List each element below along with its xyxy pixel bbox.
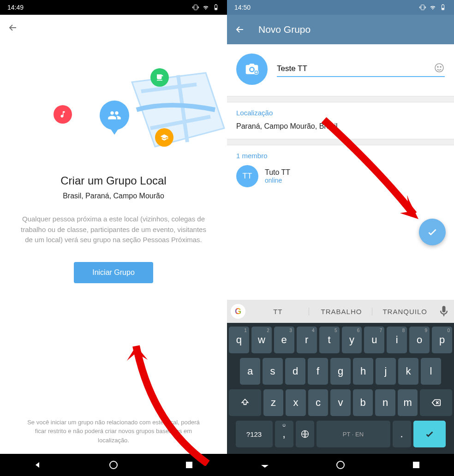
- key-h[interactable]: h: [353, 358, 373, 385]
- status-bar: 14:50: [227, 0, 454, 15]
- google-icon[interactable]: G: [231, 304, 245, 319]
- svg-rect-6: [421, 5, 424, 10]
- space-key[interactable]: PT · EN: [317, 421, 390, 447]
- svg-rect-8: [442, 4, 444, 5]
- battery-icon: [212, 4, 220, 11]
- location-subtitle: Brasil, Paraná, Campo Mourão: [63, 192, 164, 200]
- vibrate-icon: [419, 4, 426, 11]
- key-w[interactable]: w2: [251, 327, 272, 353]
- nav-recent-icon[interactable]: [184, 459, 195, 470]
- numbers-key[interactable]: ?123: [236, 421, 273, 447]
- svg-point-11: [435, 64, 443, 72]
- period-key[interactable]: .: [393, 421, 411, 447]
- key-y[interactable]: y6: [342, 327, 362, 353]
- key-f[interactable]: f: [308, 358, 328, 385]
- back-arrow-icon[interactable]: [7, 22, 18, 33]
- status-icons: [192, 4, 220, 11]
- suggestion-bar: G TT TRABALHO TRANQUILO: [227, 300, 454, 323]
- nav-back-icon[interactable]: [259, 459, 270, 470]
- member-row[interactable]: TT Tuto TT online: [236, 165, 445, 187]
- divider: [227, 139, 454, 145]
- map-illustration: [54, 64, 173, 156]
- appbar: Novo Grupo: [227, 15, 454, 44]
- svg-rect-9: [442, 8, 444, 9]
- group-photo-button[interactable]: [236, 54, 268, 85]
- start-group-button[interactable]: Iniciar Grupo: [74, 262, 153, 283]
- nav-recent-icon[interactable]: [411, 459, 422, 470]
- group-name-input[interactable]: [277, 61, 445, 77]
- key-v[interactable]: v: [330, 389, 351, 416]
- camera-icon: [245, 62, 259, 77]
- key-q[interactable]: q1: [229, 327, 249, 353]
- member-name: Tuto TT: [265, 168, 290, 177]
- suggestion-item[interactable]: TRABALHO: [311, 308, 373, 315]
- footer-note: Se você iniciar um grupo não relacionado…: [14, 418, 213, 445]
- key-x[interactable]: x: [286, 389, 306, 416]
- wifi-icon: [429, 4, 436, 11]
- emoji-icon[interactable]: [434, 62, 445, 73]
- location-section[interactable]: Localização Paraná, Campo Mourão, Brasil: [227, 102, 454, 139]
- status-time: 14:49: [7, 4, 24, 11]
- key-k[interactable]: k: [398, 358, 418, 385]
- comma-key[interactable]: ,☺: [275, 421, 293, 447]
- suggestion-item[interactable]: TRANQUILO: [374, 308, 436, 315]
- location-value: Paraná, Campo Mourão, Brasil: [236, 122, 445, 131]
- key-d[interactable]: d: [285, 358, 305, 385]
- key-z[interactable]: z: [263, 389, 284, 416]
- svg-rect-3: [215, 8, 217, 9]
- key-g[interactable]: g: [330, 358, 351, 385]
- location-label: Localização: [236, 109, 445, 117]
- key-b[interactable]: b: [353, 389, 373, 416]
- svg-rect-2: [215, 4, 217, 5]
- member-status: online: [265, 177, 290, 184]
- key-m[interactable]: m: [398, 389, 418, 416]
- back-bar: [0, 15, 227, 41]
- key-o[interactable]: o9: [409, 327, 430, 353]
- confirm-fab[interactable]: [419, 219, 446, 245]
- back-arrow-icon[interactable]: [234, 24, 245, 35]
- members-section: 1 membro TT Tuto TT online: [227, 145, 454, 196]
- navbar: [227, 454, 454, 476]
- navbar: [0, 454, 227, 476]
- shift-key[interactable]: [229, 389, 261, 416]
- svg-point-15: [337, 461, 344, 469]
- svg-point-4: [110, 461, 117, 469]
- group-name-section: [227, 44, 454, 96]
- vibrate-icon: [192, 4, 199, 11]
- enter-key[interactable]: [413, 421, 446, 447]
- mic-icon[interactable]: [437, 305, 450, 318]
- svg-point-13: [440, 66, 441, 67]
- key-l[interactable]: l: [421, 358, 441, 385]
- key-t[interactable]: t5: [319, 327, 340, 353]
- key-c[interactable]: c: [308, 389, 329, 416]
- page-title: Criar um Grupo Local: [60, 174, 166, 187]
- svg-rect-16: [413, 462, 419, 468]
- key-r[interactable]: r4: [297, 327, 317, 353]
- backspace-key[interactable]: [420, 389, 452, 416]
- key-i[interactable]: i8: [387, 327, 407, 353]
- pin-school-icon: [155, 128, 173, 147]
- globe-key[interactable]: [296, 421, 314, 447]
- key-u[interactable]: u7: [364, 327, 384, 353]
- nav-back-icon[interactable]: [32, 459, 43, 470]
- keyboard: G TT TRABALHO TRANQUILO q1w2e3r4t5y6u7i8…: [227, 300, 454, 454]
- description-text: Qualquer pessoa próxima a este local (vi…: [14, 214, 213, 245]
- status-icons: [419, 4, 447, 11]
- key-a[interactable]: a: [240, 358, 260, 385]
- divider: [227, 96, 454, 102]
- pin-music-icon: [54, 105, 72, 124]
- key-p[interactable]: p0: [432, 327, 452, 353]
- nav-home-icon[interactable]: [108, 459, 119, 470]
- wifi-icon: [202, 4, 209, 11]
- key-e[interactable]: e3: [274, 327, 294, 353]
- nav-home-icon[interactable]: [335, 459, 346, 470]
- svg-rect-0: [194, 5, 197, 10]
- status-time: 14:50: [234, 4, 251, 11]
- suggestion-item[interactable]: TT: [247, 308, 309, 315]
- key-n[interactable]: n: [375, 389, 395, 416]
- check-icon: [426, 226, 438, 238]
- svg-point-12: [437, 66, 438, 67]
- key-s[interactable]: s: [263, 358, 283, 385]
- key-j[interactable]: j: [376, 358, 396, 385]
- battery-icon: [439, 4, 447, 11]
